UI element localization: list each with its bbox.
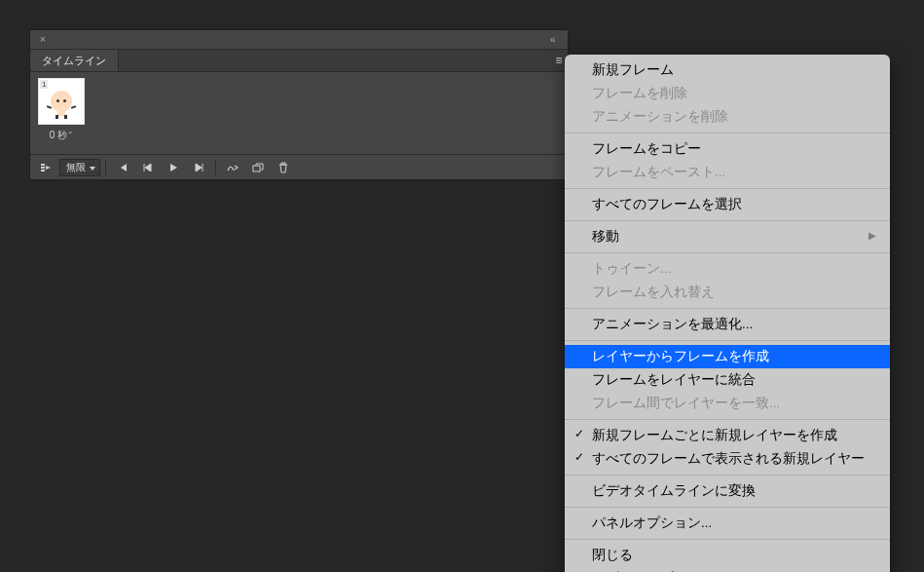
prev-frame-icon[interactable] <box>136 158 160 177</box>
menu-item: フレームをペースト... <box>565 161 890 184</box>
menu-item: アニメーションを削除 <box>565 105 890 129</box>
menu-separator <box>565 539 890 540</box>
menu-item[interactable]: レイヤーからフレームを作成 <box>565 345 890 368</box>
frame-number: 1 <box>40 80 48 89</box>
menu-item[interactable]: フレームをコピー <box>565 137 890 161</box>
separator <box>105 160 106 175</box>
menu-item[interactable]: すべてのフレームで表示される新規レイヤー✓ <box>565 447 890 471</box>
menu-item[interactable]: 閉じる <box>565 544 890 567</box>
timeline-toolbar: 無限 <box>30 154 568 179</box>
check-icon: ✓ <box>574 450 584 464</box>
menu-item[interactable]: フレームをレイヤーに統合 <box>565 368 890 392</box>
svg-rect-0 <box>253 166 260 172</box>
menu-separator <box>565 340 890 341</box>
menu-item[interactable]: ビデオタイムラインに変換 <box>565 479 890 503</box>
tween-icon[interactable] <box>221 158 244 177</box>
timeline-panel: × « タイムライン ≡ 1 0 秒 <box>29 29 569 180</box>
frame-duration[interactable]: 0 秒 <box>50 129 73 142</box>
character-icon <box>51 91 72 112</box>
menu-separator <box>565 308 890 309</box>
menu-separator <box>565 220 890 221</box>
duplicate-frame-icon[interactable] <box>246 158 270 177</box>
menu-separator <box>565 188 890 189</box>
menu-separator <box>565 475 890 476</box>
frames-area: 1 0 秒 <box>30 72 568 154</box>
menu-separator <box>565 419 890 420</box>
loop-select[interactable]: 無限 <box>59 159 100 176</box>
first-frame-icon[interactable] <box>111 158 134 177</box>
tab-timeline[interactable]: タイムライン <box>30 50 119 71</box>
menu-item: フレームを入れ替え <box>565 281 890 304</box>
delete-frame-icon[interactable] <box>272 158 295 177</box>
menu-item: フレーム間でレイヤーを一致... <box>565 392 890 415</box>
menu-separator <box>565 133 890 133</box>
menu-item: フレームを削除 <box>565 82 890 105</box>
separator <box>215 160 216 175</box>
submenu-arrow-icon: ▶ <box>869 230 876 241</box>
menu-item: トゥイーン... <box>565 257 890 281</box>
panel-flyout-menu: 新規フレームフレームを削除アニメーションを削除フレームをコピーフレームをペースト… <box>565 55 890 572</box>
check-icon: ✓ <box>574 427 584 440</box>
menu-item[interactable]: パネルオプション... <box>565 512 890 535</box>
menu-item[interactable]: すべてのフレームを選択 <box>565 193 890 216</box>
panel-header: × « <box>30 30 568 50</box>
menu-item[interactable]: 移動▶ <box>565 225 890 248</box>
tab-bar: タイムライン ≡ <box>30 50 568 72</box>
menu-item[interactable]: 新規フレーム <box>565 58 890 82</box>
convert-timeline-icon[interactable] <box>34 158 57 177</box>
menu-separator <box>565 252 890 253</box>
play-icon[interactable] <box>162 158 185 177</box>
menu-item[interactable]: アニメーションを最適化... <box>565 313 890 336</box>
menu-item[interactable]: 新規フレームごとに新規レイヤーを作成✓ <box>565 424 890 447</box>
frame-1[interactable]: 1 0 秒 <box>36 78 87 148</box>
menu-item[interactable]: タブグループを閉じる <box>565 567 890 572</box>
menu-separator <box>565 507 890 508</box>
close-icon[interactable]: × <box>40 36 47 43</box>
next-frame-icon[interactable] <box>187 158 210 177</box>
collapse-icon[interactable]: « <box>550 34 562 45</box>
frame-thumbnail[interactable]: 1 <box>38 78 85 125</box>
